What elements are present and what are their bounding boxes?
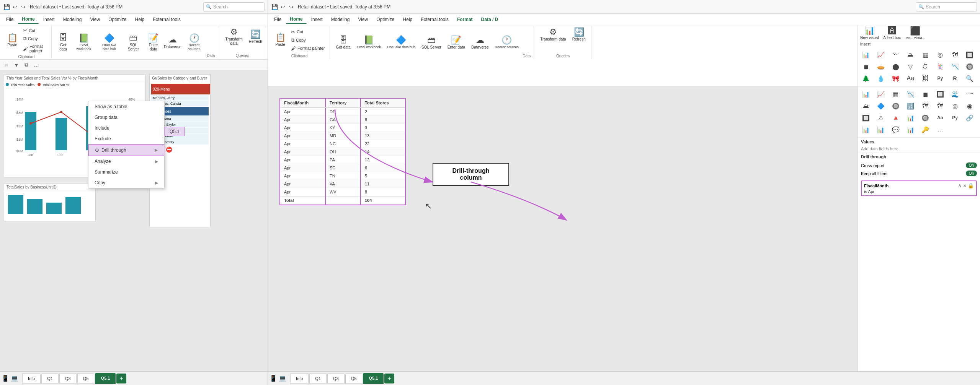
filter-lock-icon[interactable]: 🔒: [968, 183, 974, 188]
right-menu-file[interactable]: File: [270, 15, 285, 24]
viz-text[interactable]: Aa: [905, 73, 916, 84]
chart-icon-3[interactable]: ⛔: [166, 146, 172, 153]
rviz-7[interactable]: 🌊: [949, 89, 961, 99]
add-data-field[interactable]: Add data fields here: [858, 145, 980, 153]
rviz-15[interactable]: ◎: [949, 101, 961, 111]
menu-external-tools[interactable]: External tools: [149, 15, 185, 24]
right-cut-button[interactable]: ✂ Cut: [289, 28, 327, 36]
rviz-6[interactable]: 🔲: [934, 89, 946, 99]
viz-gauge[interactable]: ⏱: [920, 61, 931, 72]
tab-q5[interactable]: Q5: [77, 373, 95, 384]
right-transform-button[interactable]: ⚙ Transform data: [538, 27, 568, 42]
right-redo-icon[interactable]: ↪: [288, 3, 295, 10]
drillthrough-result[interactable]: Q5.1: [165, 127, 185, 136]
transform-button[interactable]: ⚙ Transform data: [222, 27, 246, 47]
viz-donut[interactable]: ⬤: [890, 61, 902, 72]
filter-icon[interactable]: ▼: [12, 61, 21, 69]
viz-r[interactable]: R: [949, 73, 961, 84]
filter-expand-icon[interactable]: ∧: [958, 183, 962, 188]
paste-button[interactable]: 📋 Paste: [5, 32, 20, 48]
viz-image[interactable]: 🖼: [920, 73, 931, 84]
context-copy[interactable]: Copy ▶: [88, 177, 164, 188]
keep-all-filters-toggle[interactable]: On: [966, 171, 977, 176]
tab-tablet-icon[interactable]: 💻: [11, 375, 18, 382]
copy-button[interactable]: ⧉ Copy: [21, 35, 48, 42]
context-analyze[interactable]: Analyze ▶: [88, 156, 164, 167]
menu-view[interactable]: View: [86, 15, 104, 24]
new-visual-button[interactable]: 📊 New visual: [858, 25, 881, 41]
dataverse-button[interactable]: ☁ Dataverse: [164, 32, 181, 52]
right-tab-q51[interactable]: Q5.1: [363, 373, 384, 384]
rviz-18[interactable]: ⚠: [875, 112, 887, 123]
viz-bar-chart[interactable]: 📊: [860, 49, 872, 60]
viz-table[interactable]: 🔲: [964, 49, 975, 60]
right-tab-q3[interactable]: Q3: [327, 373, 345, 384]
right-format-painter-button[interactable]: 🖌 Format painter: [289, 45, 327, 52]
right-enter-data-button[interactable]: 📝 Enter data: [445, 35, 467, 50]
refresh-button[interactable]: 🔄 Refresh: [248, 27, 263, 47]
tab-phone-icon[interactable]: 📱: [2, 375, 9, 382]
more-visuals-button[interactable]: ⬛ Mo... visua...: [903, 25, 927, 41]
rviz-25[interactable]: 📊: [860, 124, 872, 135]
right-copy-button[interactable]: ⧉ Copy: [289, 36, 327, 44]
rviz-23[interactable]: Py: [949, 112, 961, 123]
rviz-14[interactable]: 🗺: [934, 101, 946, 111]
right-menu-help[interactable]: Help: [399, 15, 416, 24]
viz-decomp[interactable]: 🔍: [964, 73, 975, 84]
cross-report-toggle[interactable]: On: [966, 162, 977, 168]
viz-stacked-bar[interactable]: ▦: [920, 49, 931, 60]
viz-pie[interactable]: 🥧: [875, 61, 887, 72]
sql-button[interactable]: 🗃 SQL Server: [124, 32, 143, 52]
right-save-icon[interactable]: 💾: [271, 3, 278, 10]
rviz-3[interactable]: ▦: [890, 89, 902, 99]
menu-help[interactable]: Help: [131, 15, 149, 24]
right-tab-q5[interactable]: Q5: [345, 373, 363, 384]
tab-add-button[interactable]: +: [116, 374, 126, 383]
right-onelake-button[interactable]: 🔷 OneLake data hub: [385, 35, 418, 50]
menu-file[interactable]: File: [2, 15, 17, 24]
fullscreen-icon[interactable]: ⧉: [22, 61, 31, 69]
rviz-17[interactable]: 🔲: [860, 112, 872, 123]
rviz-8[interactable]: 〰: [964, 89, 975, 99]
right-menu-view[interactable]: View: [354, 15, 372, 24]
viz-map[interactable]: 🗺: [949, 49, 961, 60]
cut-button[interactable]: ✂ Cut: [21, 27, 48, 34]
right-paste-button[interactable]: 📋 Paste: [273, 32, 288, 48]
format-painter-button[interactable]: 🖌 Format painter: [21, 43, 48, 54]
right-dataverse-button[interactable]: ☁ Dataverse: [469, 35, 491, 50]
right-menu-modeling[interactable]: Modeling: [327, 15, 354, 24]
right-search-box[interactable]: 🔍 Search: [916, 2, 977, 11]
menu-home[interactable]: Home: [18, 15, 38, 24]
rviz-16[interactable]: ◉: [964, 101, 975, 111]
viz-python[interactable]: Py: [934, 73, 946, 84]
menu-modeling[interactable]: Modeling: [59, 15, 86, 24]
right-refresh-button[interactable]: 🔄 Refresh: [570, 27, 588, 42]
right-menu-optimize[interactable]: Optimize: [372, 15, 398, 24]
viz-treemap[interactable]: 🌲: [860, 73, 872, 84]
viz-card[interactable]: 🃏: [934, 61, 946, 72]
viz-waterfall[interactable]: 💧: [875, 73, 887, 84]
excel-button[interactable]: 📗 Excel workbook: [72, 32, 95, 52]
tab-q3[interactable]: Q3: [59, 373, 77, 384]
get-data-button[interactable]: 🗄 Get data: [56, 32, 71, 52]
tab-q51[interactable]: Q5.1: [95, 373, 116, 384]
rviz-28[interactable]: 📊: [905, 124, 916, 135]
tab-q1[interactable]: Q1: [41, 373, 59, 384]
rviz-27[interactable]: 💬: [890, 124, 902, 135]
rviz-20[interactable]: 📊: [905, 112, 916, 123]
rviz-10[interactable]: 🔷: [875, 101, 887, 111]
filter-close-icon[interactable]: ×: [963, 183, 966, 188]
rviz-12[interactable]: 🔢: [905, 101, 916, 111]
rviz-9[interactable]: ⛰: [860, 101, 872, 111]
undo-icon[interactable]: ↩: [11, 3, 18, 10]
right-menu-external-tools[interactable]: External tools: [417, 15, 452, 24]
tab-info[interactable]: Info: [22, 373, 41, 384]
right-menu-data[interactable]: Data / D: [477, 15, 502, 24]
right-menu-home[interactable]: Home: [286, 15, 306, 24]
right-menu-insert[interactable]: Insert: [307, 15, 327, 24]
rviz-30[interactable]: …: [934, 124, 946, 135]
rviz-21[interactable]: 🔘: [920, 112, 931, 123]
more-icon[interactable]: …: [32, 61, 41, 69]
rviz-4[interactable]: 📉: [905, 89, 916, 99]
bar-jan[interactable]: [25, 112, 36, 150]
